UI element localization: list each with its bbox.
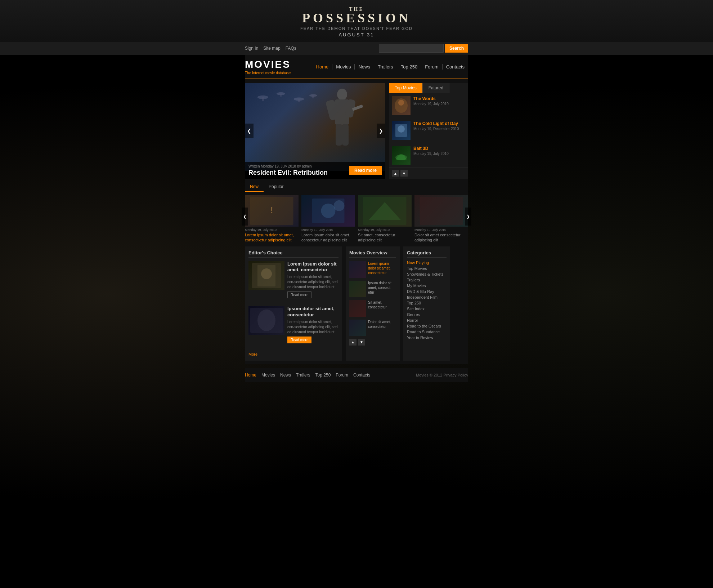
banner-release-date: AUGUST 31 [0,32,713,37]
sidebar-movie-item: The Words Monday 19, July 2010 [389,93,468,118]
sidebar-tab-featured[interactable]: Fatured [423,83,449,93]
category-link[interactable]: Top 250 [407,300,447,306]
category-link[interactable]: DVD & Blu-Ray [407,289,447,294]
choice-content: Lorem ipsum dolor sit amet, consectetur … [287,261,338,299]
banner-title: THE POSSESSION [0,6,713,26]
sidebar-movie-name: The Cold Light of Day [413,121,459,126]
movie-grid-items: ! Monday 19, July 2010 Lorem ipsum dolor… [245,195,468,243]
svg-rect-29 [420,197,463,225]
svg-point-34 [257,309,275,331]
category-link[interactable]: Road to the Oscars [407,323,447,329]
movies-overview-title: Movies Overview [349,250,396,258]
bottom-columns: Editor's Choice Lorem ipsum dolor sit am… [245,246,468,361]
category-link[interactable]: Showtimes & Tickets [407,271,447,277]
choice-text: Lorem ipsum dolor sit amet, con-sectetur… [287,275,338,290]
footer-top250[interactable]: Top 250 [315,373,331,378]
content-area: ❮ ❯ Written Monday 19, July 2018 by admi… [245,79,468,364]
svg-point-20 [398,125,405,133]
sign-in-link[interactable]: Sign In [245,46,258,51]
overview-arrows: ▲ ▼ [349,339,396,346]
sidebar-movie-info: The Words Monday 19, July 2010 [413,96,449,106]
footer-news[interactable]: News [280,373,291,378]
category-link[interactable]: Independent Film [407,294,447,300]
category-link[interactable]: Trailers [407,277,447,283]
footer-contacts[interactable]: Contacts [353,373,370,378]
movie-card-image [414,195,468,227]
footer-movies[interactable]: Movies [261,373,275,378]
category-link[interactable]: Top Movies [407,266,447,271]
movie-grid: ❮ ! Monday 19, July 2010 Lorem ipsum dol… [245,195,468,243]
sidebar-tab-top[interactable]: Top Movies [389,83,423,93]
sidebar-movie-info: Bait 3D Monday 19, July 2010 [413,146,449,156]
svg-point-27 [334,200,345,211]
category-link[interactable]: Year in Review [407,335,447,340]
categories-title: Categories [407,250,447,258]
nav-movies[interactable]: Movies [332,64,355,70]
overview-items: Lorem ipsum dolor sit amet, consectetur … [349,261,396,336]
slider-next-button[interactable]: ❯ [377,124,385,138]
choice-read-more-button[interactable]: Read more [287,291,311,298]
tab-new[interactable]: New [245,182,264,192]
category-link[interactable]: Road to Sundance [407,329,447,335]
movies-overview: Movies Overview Lorem ipsum dolor sit am… [346,246,400,361]
choice-text: Lorem ipsum dolor sit amet, con-sectetur… [287,320,338,335]
nav-home[interactable]: Home [313,64,333,70]
footer-home[interactable]: Home [245,373,256,378]
movie-card: Monday 19, July 2010 Lorem ipsum dolor s… [301,195,355,243]
banner-tagline: FEAR THE DEMON THAT DOESN'T FEAR GOD [0,26,713,31]
search-input[interactable] [379,44,444,53]
category-link[interactable]: Horror [407,317,447,323]
search-button[interactable]: Search [445,44,468,53]
editors-choice-title: Editor's Choice [248,250,338,258]
category-link[interactable]: Site Index [407,306,447,312]
nav-forum[interactable]: Forum [421,64,443,70]
overview-down-arrow[interactable]: ▼ [358,339,365,346]
movie-grid-next-button[interactable]: ❯ [465,208,471,226]
svg-text:!: ! [270,205,273,215]
movie-grid-prev-button[interactable]: ❮ [242,208,248,226]
sidebar-movie-thumb [392,146,411,165]
movie-card-date: Monday 19, July 2010 [358,228,412,232]
movie-card-date: Monday 19, July 2010 [245,228,299,232]
choice-read-more-button[interactable]: Read more [287,337,311,343]
category-link[interactable]: Now Playing [407,260,447,266]
footer-trailers[interactable]: Trailers [296,373,310,378]
overview-up-arrow[interactable]: ▲ [349,339,356,346]
sidebar-up-arrow[interactable]: ▲ [392,170,399,177]
choice-thumb [248,306,284,335]
movie-card-title: Lorem ipsum dolor sit amet, consectetur … [301,232,355,243]
sidebar-movie-name: The Words [413,96,449,101]
sidebar-movies: Top Movies Fatured The Words Monday 19, … [389,83,468,179]
footer-forum[interactable]: Forum [336,373,348,378]
nav-trailers[interactable]: Trailers [374,64,397,70]
movie-card-date: Monday 19, July 2010 [301,228,355,232]
nav-contacts[interactable]: Contacts [443,64,468,70]
nav-news[interactable]: News [355,64,374,70]
nav-top250[interactable]: Top 250 [397,64,421,70]
utility-links: Sign In Site map FAQs [245,46,296,51]
sidebar-down-arrow[interactable]: ▼ [400,170,408,177]
tab-popular[interactable]: Popular [264,182,288,192]
featured-slider: ❮ ❯ Written Monday 19, July 2018 by admi… [245,83,385,179]
overview-text: Dolor sit amet, consectetur [368,320,396,329]
site-map-link[interactable]: Site map [263,46,280,51]
slider-prev-button[interactable]: ❮ [245,124,254,138]
svg-point-22 [395,155,407,160]
sidebar-movie-date: Monday 19, July 2010 [413,102,449,106]
overview-text: Ipsum dolor sit amet, consect-etur [368,281,396,295]
sidebar-movie-info: The Cold Light of Day Monday 19, Decembe… [413,121,459,131]
category-link[interactable]: Genres [407,312,447,317]
svg-rect-12 [336,124,342,146]
slider-read-more-button[interactable]: Read more [349,166,382,175]
category-link[interactable]: My Movies [407,283,447,289]
faqs-link[interactable]: FAQs [286,46,296,51]
overview-thumb [349,281,366,297]
choice-item: Lorem ipsum dolor sit amet, consectetur … [248,261,338,303]
sidebar-movie-date: Monday 19, July 2010 [413,152,449,156]
editors-more-link[interactable]: More [248,352,257,356]
sidebar-movie-thumb [392,96,411,115]
choice-content: Ipsum dolor sit amet, consectetur Lorem … [287,306,338,343]
movie-card-title: Sit amet, consectetur adipiscing elit [358,232,412,243]
svg-rect-1 [262,97,264,101]
overview-item: Sit amet, consectetur [349,300,396,317]
